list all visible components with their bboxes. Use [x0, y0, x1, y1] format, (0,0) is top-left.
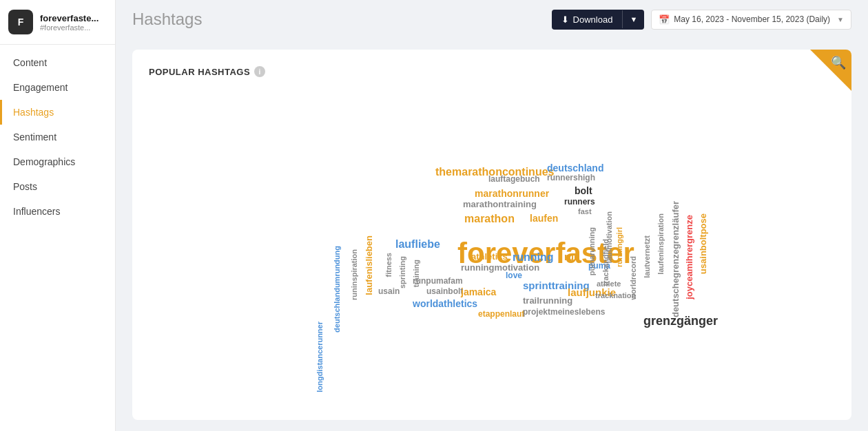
word-running: running: [513, 252, 554, 263]
download-button-main: ⬇ Download: [552, 10, 623, 30]
word-sprinting: sprinting: [399, 256, 406, 288]
date-filter[interactable]: 📅 May 16, 2023 - November 15, 2023 (Dail…: [651, 10, 851, 30]
word-etappenlauf: etappenlauf: [478, 310, 524, 318]
section-title: POPULAR HASHTAGS i: [149, 66, 835, 77]
download-icon: ⬇: [561, 14, 569, 25]
word-laufmotivation: laufmotivation: [606, 211, 613, 263]
account-info: foreverfaste... #foreverfaste...: [40, 13, 99, 32]
sidebar-item-posts[interactable]: Posts: [0, 174, 115, 199]
word-laufenislieben: laufenislieben: [364, 235, 373, 295]
word-grenzg-nger: grenzgänger: [643, 315, 718, 327]
word-cloud-inner: foreverfasterthemarathoncontinuesdeutsch…: [278, 112, 705, 401]
word-lauftagebuch: lauftagebuch: [488, 175, 540, 183]
word-usain: usain: [378, 287, 400, 295]
word-runninggirl: runninggirl: [616, 227, 623, 267]
word-deutschegrenzegrenzl-ufer: deutschegrenzegrenzläufer: [671, 201, 680, 317]
word-laufeninspiration: laufeninspiration: [657, 213, 665, 275]
section-title-text: POPULAR HASHTAGS: [149, 67, 250, 77]
word-training: training: [413, 260, 420, 287]
word-jamaica: jamaica: [461, 287, 496, 297]
word-laufen: laufen: [530, 213, 558, 223]
topbar-right: ⬇ Download ▼ 📅 May 16, 2023 - November 1…: [552, 10, 851, 30]
download-label: Download: [573, 14, 613, 25]
word-usainboltpose: usainboltpose: [699, 213, 707, 274]
word-worldathletics: worldathletics: [413, 299, 477, 308]
word-longdistancerunner: longdistancerunner: [316, 322, 324, 392]
word-runnershigh: runnershigh: [547, 174, 595, 182]
avatar: F: [8, 10, 33, 34]
word-lautvernetzt: lautvernetzt: [643, 235, 651, 278]
calendar-icon: 📅: [659, 14, 670, 25]
main-area: Hashtags ⬇ Download ▼ 📅 May 16, 2023 - N…: [116, 0, 868, 431]
word-athletics: athletics: [471, 252, 508, 261]
word-deutschlandumrundung: deutschlandumrundung: [333, 246, 341, 333]
info-icon: i: [254, 66, 265, 77]
sidebar-item-engagement[interactable]: Engagement: [0, 75, 115, 100]
word-runinspiration: runinspiration: [351, 249, 358, 300]
word-worldrecord: worldrecord: [630, 256, 637, 300]
sidebar-item-hashtags[interactable]: Hashtags: [0, 100, 115, 125]
word-marathonrunner: marathonrunner: [475, 189, 549, 198]
word-pumarunning: pumarunning: [588, 227, 596, 275]
word-marathon: marathon: [464, 213, 515, 224]
word-marathontraining: marathontraining: [463, 200, 537, 209]
word-runningmotivation: runningmotivation: [461, 263, 539, 272]
word-laufliebe: laufliebe: [395, 239, 440, 250]
date-range-label: May 16, 2023 - November 15, 2023 (Daily): [674, 14, 830, 24]
account-handle: #foreverfaste...: [40, 23, 99, 32]
hashtags-card: 🔍 POPULAR HASHTAGS i foreverfasterthemar…: [132, 50, 851, 420]
sidebar-item-demographics[interactable]: Demographics: [0, 149, 115, 174]
page-title: Hashtags: [132, 10, 202, 29]
download-button[interactable]: ⬇ Download ▼: [552, 10, 645, 30]
download-arrow[interactable]: ▼: [622, 10, 644, 28]
search-icon: 🔍: [831, 55, 846, 70]
content-area: 🔍 POPULAR HASHTAGS i foreverfasterthemar…: [116, 39, 868, 431]
word-trailrunning: trailrunning: [523, 296, 572, 305]
sidebar-item-content[interactable]: Content: [0, 50, 115, 75]
word-runners: runners: [564, 198, 595, 206]
sidebar-nav: Content Engagement Hashtags Sentiment De…: [0, 45, 115, 229]
topbar: Hashtags ⬇ Download ▼ 📅 May 16, 2023 - N…: [116, 0, 868, 39]
word-projektmeineslebens: projektmeineslebens: [523, 308, 605, 316]
word-usainbolt: usainbolt: [426, 287, 463, 295]
account-section[interactable]: F foreverfaste... #foreverfaste...: [0, 0, 115, 45]
word-deutschland: deutschland: [547, 163, 603, 173]
sidebar-item-influencers[interactable]: Influencers: [0, 199, 115, 224]
date-filter-arrow: ▼: [837, 16, 844, 23]
account-name: foreverfaste...: [40, 13, 99, 23]
word-cloud: foreverfasterthemarathoncontinuesdeutsch…: [149, 91, 835, 420]
word-love: love: [506, 271, 522, 280]
word-fast: fast: [578, 208, 592, 216]
word-joyceamihrergrenze: joyceamihrergrenze: [685, 215, 694, 299]
sidebar-item-sentiment[interactable]: Sentiment: [0, 125, 115, 149]
word-fitness: fitness: [385, 253, 393, 277]
word-bolt: bolt: [575, 186, 592, 196]
word-run: run: [564, 252, 580, 262]
sidebar: F foreverfaste... #foreverfaste... Conte…: [0, 0, 116, 431]
